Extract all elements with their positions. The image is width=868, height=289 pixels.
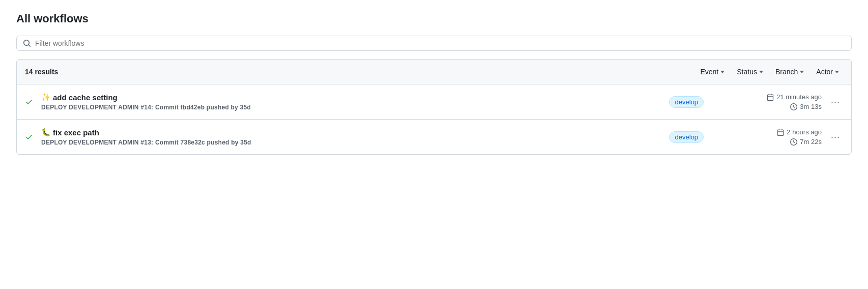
more-options-button[interactable]: ···: [828, 131, 843, 143]
filters-group: Event Status Branch Actor: [696, 66, 843, 78]
filter-status-label: Status: [737, 68, 757, 76]
filter-status-button[interactable]: Status: [733, 66, 767, 78]
workflow-title: ✨ add cache setting: [41, 93, 663, 102]
chevron-down-icon: [759, 71, 763, 73]
duration-row: 7m 22s: [790, 138, 822, 146]
results-count: 14 results: [25, 68, 58, 76]
calendar-icon: [777, 129, 784, 136]
workflow-emoji: ✨: [41, 93, 51, 102]
filter-branch-button[interactable]: Branch: [771, 66, 808, 78]
search-bar: [16, 36, 852, 51]
workflow-subtitle: DEPLOY DEVELOPMENT ADMIN #14: Commit fbd…: [41, 104, 663, 111]
search-icon: [23, 39, 31, 47]
page-title: All workflows: [16, 12, 852, 25]
workflow-row: ✨ add cache setting DEPLOY DEVELOPMENT A…: [17, 84, 851, 120]
results-table: 14 results Event Status Branch Actor: [16, 59, 852, 155]
chevron-down-icon: [720, 71, 725, 73]
workflow-row: 🐛 fix exec path DEPLOY DEVELOPMENT ADMIN…: [17, 120, 851, 154]
workflow-name: fix exec path: [53, 128, 99, 137]
filter-event-label: Event: [700, 68, 718, 76]
chevron-down-icon: [800, 71, 804, 73]
workflow-emoji: 🐛: [41, 128, 51, 137]
success-icon: [25, 98, 35, 106]
duration-label: 3m 13s: [800, 103, 822, 110]
calendar-icon: [767, 94, 774, 101]
clock-icon: [790, 138, 797, 146]
workflow-meta: 21 minutes ago 3m 13s: [750, 93, 822, 110]
success-icon: [25, 133, 35, 141]
workflow-info: ✨ add cache setting DEPLOY DEVELOPMENT A…: [41, 93, 663, 111]
workflow-meta: 2 hours ago 7m 22s: [750, 128, 822, 146]
time-ago-row: 21 minutes ago: [767, 93, 822, 101]
workflow-title: 🐛 fix exec path: [41, 128, 663, 137]
results-header: 14 results Event Status Branch Actor: [17, 60, 851, 84]
time-ago-label: 21 minutes ago: [776, 93, 822, 101]
filter-actor-label: Actor: [816, 68, 833, 76]
chevron-down-icon: [835, 71, 839, 73]
workflow-subtitle: DEPLOY DEVELOPMENT ADMIN #13: Commit 738…: [41, 139, 663, 146]
filter-actor-button[interactable]: Actor: [812, 66, 843, 78]
filter-branch-label: Branch: [775, 68, 798, 76]
branch-badge: develop: [669, 96, 704, 108]
workflow-info: 🐛 fix exec path DEPLOY DEVELOPMENT ADMIN…: [41, 128, 663, 146]
more-options-button[interactable]: ···: [828, 96, 843, 108]
filter-event-button[interactable]: Event: [696, 66, 729, 78]
search-input[interactable]: [35, 39, 845, 47]
duration-row: 3m 13s: [790, 103, 822, 110]
time-ago-label: 2 hours ago: [787, 128, 822, 136]
duration-label: 7m 22s: [800, 138, 822, 146]
branch-badge: develop: [669, 131, 704, 143]
time-ago-row: 2 hours ago: [777, 128, 822, 136]
clock-icon: [790, 103, 797, 110]
workflow-name: add cache setting: [53, 93, 118, 102]
